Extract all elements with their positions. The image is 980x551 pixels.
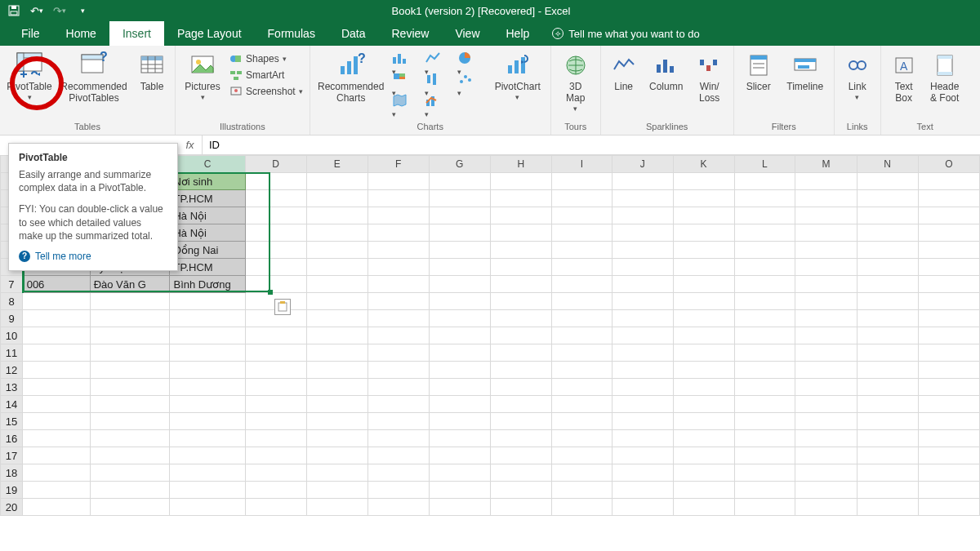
cell[interactable] [795,242,857,259]
cell[interactable] [673,430,734,447]
cell[interactable] [490,464,551,482]
recommended-pivot-button[interactable]: ? Recommended PivotTables [59,49,129,104]
tab-data[interactable]: Data [328,21,379,46]
cell[interactable] [23,413,90,430]
cell[interactable] [490,430,551,447]
cell[interactable] [857,464,918,482]
cell[interactable] [551,499,612,516]
cell[interactable] [551,259,612,276]
cell[interactable] [306,259,368,276]
cell[interactable] [429,464,490,482]
cell[interactable] [612,224,673,242]
cell[interactable] [170,327,245,344]
cell[interactable] [368,173,429,190]
cell[interactable] [918,464,979,482]
cell[interactable] [612,190,673,207]
cell[interactable] [857,224,918,242]
cell[interactable] [612,362,673,379]
cell[interactable] [306,173,368,190]
row-header[interactable]: 17 [1,447,23,464]
cell[interactable] [734,499,795,516]
cell[interactable] [490,362,551,379]
row-header[interactable]: 16 [1,430,23,447]
cell[interactable] [918,499,979,516]
cell[interactable] [245,379,306,396]
cell[interactable] [795,499,857,516]
formula-input[interactable]: ID [203,136,980,154]
cell[interactable] [918,344,979,362]
timeline-button[interactable]: Timeline [783,49,827,93]
cell[interactable] [795,379,857,396]
cell[interactable] [612,327,673,344]
cell[interactable] [170,362,245,379]
cell[interactable] [429,190,490,207]
cell[interactable] [368,259,429,276]
cell[interactable] [612,413,673,430]
cell[interactable] [551,482,612,499]
cell[interactable] [368,344,429,362]
cell[interactable] [170,430,245,447]
cell[interactable] [612,276,673,293]
cell[interactable] [795,293,857,310]
cell[interactable] [429,276,490,293]
cell[interactable] [490,310,551,327]
cell[interactable] [306,482,368,499]
cell[interactable] [734,276,795,293]
cell[interactable] [170,482,245,499]
cell[interactable] [170,344,245,362]
cell[interactable] [490,293,551,310]
cell[interactable] [918,224,979,242]
cell[interactable] [918,396,979,413]
cell[interactable] [490,447,551,464]
cell[interactable] [245,173,306,190]
cell[interactable] [429,362,490,379]
pivot-chart-button[interactable]: PivotChart ▾ [492,49,544,101]
row-header[interactable]: 14 [1,396,23,413]
fx-icon[interactable]: fx [178,136,203,154]
tooltip-tell-me-more[interactable]: ? Tell me more [19,251,167,262]
cell[interactable] [368,327,429,344]
tab-help[interactable]: Help [493,21,543,46]
cell[interactable] [795,413,857,430]
save-icon[interactable] [5,2,23,20]
row-header[interactable]: 8 [1,293,23,310]
cell[interactable] [857,430,918,447]
cell[interactable] [918,242,979,259]
cell[interactable] [306,379,368,396]
cell[interactable] [795,173,857,190]
cell[interactable] [368,379,429,396]
cell[interactable] [23,327,90,344]
cell[interactable] [673,310,734,327]
cell[interactable]: TP.HCM [170,259,245,276]
cell[interactable] [306,293,368,310]
cell[interactable] [551,310,612,327]
cell[interactable] [734,207,795,224]
cell[interactable] [429,379,490,396]
recommended-charts-button[interactable]: ? Recommended Charts [317,49,385,104]
table-button[interactable]: Table [136,49,168,93]
cell[interactable] [918,310,979,327]
cell[interactable] [368,293,429,310]
cell[interactable] [170,396,245,413]
cell[interactable] [551,413,612,430]
cell[interactable] [673,464,734,482]
cell[interactable] [306,499,368,516]
cell[interactable] [170,310,245,327]
cell[interactable] [795,447,857,464]
column-header-M[interactable]: M [795,156,857,173]
cell[interactable] [857,276,918,293]
cell[interactable] [918,259,979,276]
cell[interactable] [673,293,734,310]
cell[interactable] [673,276,734,293]
cell[interactable] [429,207,490,224]
cell[interactable] [857,447,918,464]
cell[interactable] [857,344,918,362]
3d-map-button[interactable]: 3D Map ▾ [558,49,594,113]
cell[interactable] [306,327,368,344]
sparkline-column-button[interactable]: Column [647,49,686,93]
column-header-F[interactable]: F [368,156,429,173]
cell[interactable] [918,327,979,344]
cell[interactable]: Bình Dương [170,276,245,293]
cell[interactable] [368,413,429,430]
cell[interactable] [429,344,490,362]
